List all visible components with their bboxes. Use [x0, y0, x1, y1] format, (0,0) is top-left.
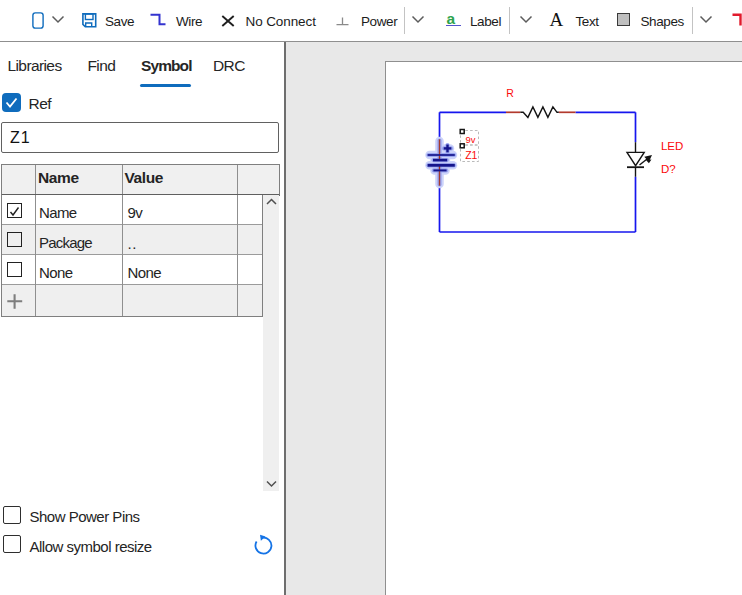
svg-text:D?: D?: [661, 163, 676, 175]
svg-text:R: R: [506, 87, 514, 99]
svg-text:LED: LED: [661, 140, 683, 152]
svg-text:9v: 9v: [466, 134, 476, 145]
svg-text:Z1: Z1: [465, 149, 477, 161]
